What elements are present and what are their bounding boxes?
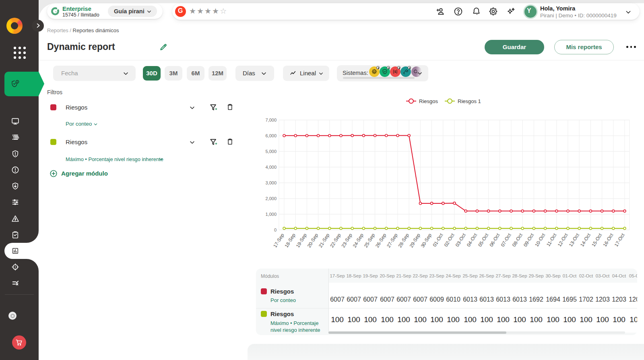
svg-text:12-Oct: 12-Oct xyxy=(557,232,569,248)
svg-text:23-Sep: 23-Sep xyxy=(340,232,353,249)
svg-text:18-Sep: 18-Sep xyxy=(283,232,297,249)
svg-text:11-Oct: 11-Oct xyxy=(545,232,558,248)
svg-text:02-Oct: 02-Oct xyxy=(443,232,456,248)
svg-text:28-Sep: 28-Sep xyxy=(397,232,410,249)
svg-text:5,000: 5,000 xyxy=(265,149,277,154)
svg-text:$: $ xyxy=(394,70,396,74)
svg-text:2,000: 2,000 xyxy=(265,196,277,201)
svg-text:3,000: 3,000 xyxy=(265,180,277,185)
svg-text:26-Sep: 26-Sep xyxy=(374,232,388,249)
svg-text:05-Oct: 05-Oct xyxy=(477,232,489,248)
svg-text:19-Sep: 19-Sep xyxy=(295,232,308,249)
svg-text:7,000: 7,000 xyxy=(265,118,277,122)
svg-text:Riesgos 1: Riesgos 1 xyxy=(458,98,481,104)
svg-text:Riesgos: Riesgos xyxy=(419,98,438,104)
svg-text:03-Oct: 03-Oct xyxy=(454,232,467,248)
svg-text:01-Oct: 01-Oct xyxy=(431,232,444,248)
svg-text:17-Sep: 17-Sep xyxy=(272,232,285,249)
svg-text:09-Oct: 09-Oct xyxy=(522,232,535,248)
svg-text:08-Oct: 08-Oct xyxy=(511,232,524,248)
svg-text:1,000: 1,000 xyxy=(265,212,277,217)
svg-text:0: 0 xyxy=(274,228,277,232)
svg-text:04-Oct: 04-Oct xyxy=(466,232,478,248)
svg-text:07-Oct: 07-Oct xyxy=(500,232,512,248)
svg-text:17-Oct: 17-Oct xyxy=(613,232,626,248)
svg-text:27-Sep: 27-Sep xyxy=(386,232,399,249)
svg-text:21-Sep: 21-Sep xyxy=(318,232,331,249)
svg-text:16-Oct: 16-Oct xyxy=(602,232,614,248)
svg-text:20-Sep: 20-Sep xyxy=(306,232,320,249)
svg-text:30-Sep: 30-Sep xyxy=(420,232,433,249)
svg-text:22-Sep: 22-Sep xyxy=(329,232,342,249)
svg-text:13-Oct: 13-Oct xyxy=(568,232,580,248)
svg-text:15-Oct: 15-Oct xyxy=(590,232,603,248)
svg-text:24-Sep: 24-Sep xyxy=(352,232,365,249)
svg-text:14-Oct: 14-Oct xyxy=(579,232,592,248)
svg-text:29-Sep: 29-Sep xyxy=(409,232,422,249)
svg-text:10-Oct: 10-Oct xyxy=(534,232,546,248)
svg-text:25-Sep: 25-Sep xyxy=(363,232,376,249)
svg-text:6,000: 6,000 xyxy=(265,133,277,138)
svg-text:06-Oct: 06-Oct xyxy=(488,232,501,248)
svg-text:4,000: 4,000 xyxy=(265,165,277,170)
